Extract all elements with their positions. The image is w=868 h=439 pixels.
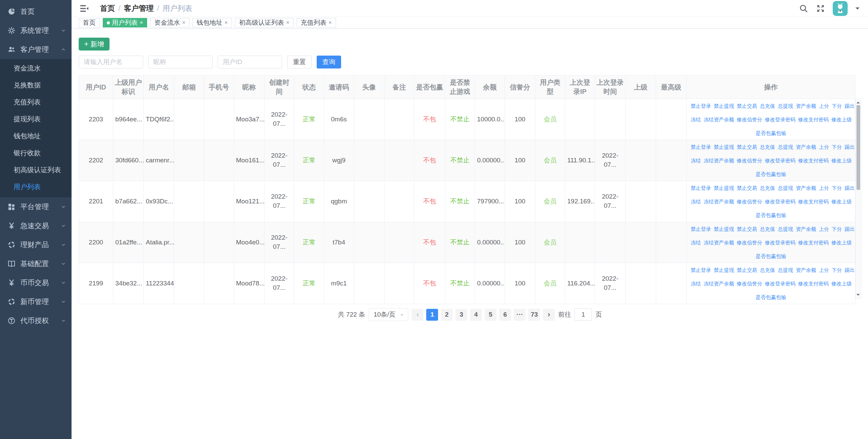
action-link[interactable]: 修改信誉分	[737, 158, 762, 163]
sidebar-item[interactable]: 平台管理	[0, 197, 72, 216]
search-icon[interactable]	[799, 4, 808, 13]
action-link[interactable]: 是否包赢包输	[756, 294, 786, 300]
action-link[interactable]: 修改登录密码	[765, 281, 795, 286]
action-link[interactable]: 禁止交易	[737, 226, 757, 232]
scrollbar-thumb[interactable]	[856, 105, 860, 190]
page-size-select[interactable]: 10条/页	[369, 308, 408, 321]
action-link[interactable]: 踢出	[845, 144, 855, 150]
chevron-down-icon[interactable]	[855, 7, 860, 12]
action-link[interactable]: 修改支付密码	[798, 240, 829, 245]
next-page-button[interactable]	[543, 309, 555, 321]
breadcrumb-customer-mgmt[interactable]: 客户管理	[124, 3, 154, 14]
close-icon[interactable]	[286, 19, 290, 26]
action-link[interactable]: 修改支付密码	[798, 199, 829, 204]
hamburger-icon[interactable]	[79, 3, 89, 14]
scroll-down-icon[interactable]	[856, 294, 860, 297]
action-link[interactable]: 修改支付密码	[798, 281, 829, 286]
action-link[interactable]: 修改上级	[831, 199, 852, 204]
action-link[interactable]: 禁止登录	[691, 267, 711, 273]
action-link[interactable]: 总提现	[778, 144, 793, 150]
action-link[interactable]: 总提现	[778, 267, 793, 273]
reset-button[interactable]: 重置	[287, 56, 312, 68]
tab-active[interactable]: 用户列表	[103, 18, 147, 27]
tab-item[interactable]: 资金流水	[150, 18, 190, 27]
action-link[interactable]: 修改上级	[831, 117, 852, 122]
action-link[interactable]: 冻结	[691, 240, 701, 245]
action-link[interactable]: 下分	[832, 226, 842, 232]
action-link[interactable]: 是否包赢包输	[756, 253, 786, 259]
action-link[interactable]: 总充值	[760, 185, 775, 191]
close-icon[interactable]	[140, 19, 143, 26]
action-link[interactable]: 冻结资产余额	[704, 199, 734, 204]
action-link[interactable]: 下分	[832, 103, 842, 109]
action-link[interactable]: 资产余额	[796, 267, 816, 273]
action-link[interactable]: 总充值	[760, 226, 775, 232]
action-link[interactable]: 是否包赢包输	[756, 171, 786, 177]
action-link[interactable]: 踢出	[845, 267, 855, 273]
action-link[interactable]: 总充值	[760, 267, 775, 273]
sidebar-item[interactable]: 基础配置	[0, 254, 72, 273]
fullscreen-icon[interactable]	[816, 4, 825, 13]
goto-page-input[interactable]	[574, 308, 592, 321]
action-link[interactable]: 禁止交易	[737, 103, 757, 109]
action-link[interactable]: 冻结	[691, 199, 701, 204]
action-link[interactable]: 禁止登录	[691, 103, 711, 109]
action-link[interactable]: 冻结资产余额	[704, 281, 734, 286]
sidebar-subitem[interactable]: 钱包地址	[0, 127, 72, 144]
action-link[interactable]: 冻结资产余额	[704, 240, 734, 245]
action-link[interactable]: 修改信誉分	[737, 281, 762, 286]
action-link[interactable]: 修改登录密码	[765, 117, 795, 122]
action-link[interactable]: 冻结	[691, 158, 701, 163]
username-input[interactable]	[79, 56, 143, 68]
action-link[interactable]: 踢出	[845, 103, 855, 109]
action-link[interactable]: 上分	[819, 144, 829, 150]
action-link[interactable]: 总充值	[760, 144, 775, 150]
sidebar-subitem[interactable]: 兑换数据	[0, 77, 72, 94]
sidebar-subitem[interactable]: 提现列表	[0, 111, 72, 127]
action-link[interactable]: 上分	[819, 226, 829, 232]
action-link[interactable]: 修改支付密码	[798, 158, 829, 163]
page-button-5[interactable]: 5	[485, 309, 496, 321]
close-icon[interactable]	[329, 19, 332, 26]
search-button[interactable]: 查询	[317, 56, 341, 68]
action-link[interactable]: 修改上级	[831, 240, 852, 245]
action-link[interactable]: 修改登录密码	[765, 158, 795, 163]
avatar[interactable]	[833, 1, 848, 16]
action-link[interactable]: 上分	[819, 103, 829, 109]
action-link[interactable]: 修改登录密码	[765, 240, 795, 245]
action-link[interactable]: 下分	[832, 185, 842, 191]
action-link[interactable]: 冻结	[691, 281, 701, 286]
action-link[interactable]: 上分	[819, 267, 829, 273]
sidebar-item[interactable]: 首页	[0, 2, 72, 21]
page-button-3[interactable]: 3	[455, 309, 467, 321]
tab-item[interactable]: 首页	[79, 18, 100, 27]
action-link[interactable]: 修改信誉分	[737, 199, 762, 204]
sidebar-subitem[interactable]: 资金流水	[0, 60, 72, 77]
action-link[interactable]: 禁止登录	[691, 185, 711, 191]
sidebar-subitem[interactable]: 充值列表	[0, 94, 72, 111]
table-scrollbar[interactable]	[855, 99, 861, 299]
tab-item[interactable]: 钱包地址	[193, 18, 232, 27]
action-link[interactable]: 冻结资产余额	[704, 158, 734, 163]
action-link[interactable]: 总提现	[778, 185, 793, 191]
action-link[interactable]: 禁止登录	[691, 144, 711, 150]
action-link[interactable]: 禁止提现	[714, 226, 734, 232]
action-link[interactable]: 总提现	[778, 103, 793, 109]
tab-item[interactable]: 充值列表	[297, 18, 336, 27]
action-link[interactable]: 总充值	[760, 103, 775, 109]
tab-item[interactable]: 初高级认证列表	[235, 18, 294, 27]
action-link[interactable]: 资产余额	[796, 226, 816, 232]
sidebar-subitem[interactable]: 用户列表	[0, 178, 72, 195]
close-icon[interactable]	[182, 19, 185, 26]
action-link[interactable]: 禁止交易	[737, 185, 757, 191]
action-link[interactable]: 下分	[832, 144, 842, 150]
scroll-up-icon[interactable]	[856, 100, 860, 103]
action-link[interactable]: 修改登录密码	[765, 199, 795, 204]
action-link[interactable]: 修改支付密码	[798, 117, 829, 122]
action-link[interactable]: 禁止提现	[714, 185, 734, 191]
action-link[interactable]: 资产余额	[796, 103, 816, 109]
breadcrumb-home[interactable]: 首页	[100, 3, 115, 14]
sidebar-subitem[interactable]: 初高级认证列表	[0, 161, 72, 178]
sidebar-item[interactable]: 急速交易	[0, 216, 72, 235]
action-link[interactable]: 总提现	[778, 226, 793, 232]
